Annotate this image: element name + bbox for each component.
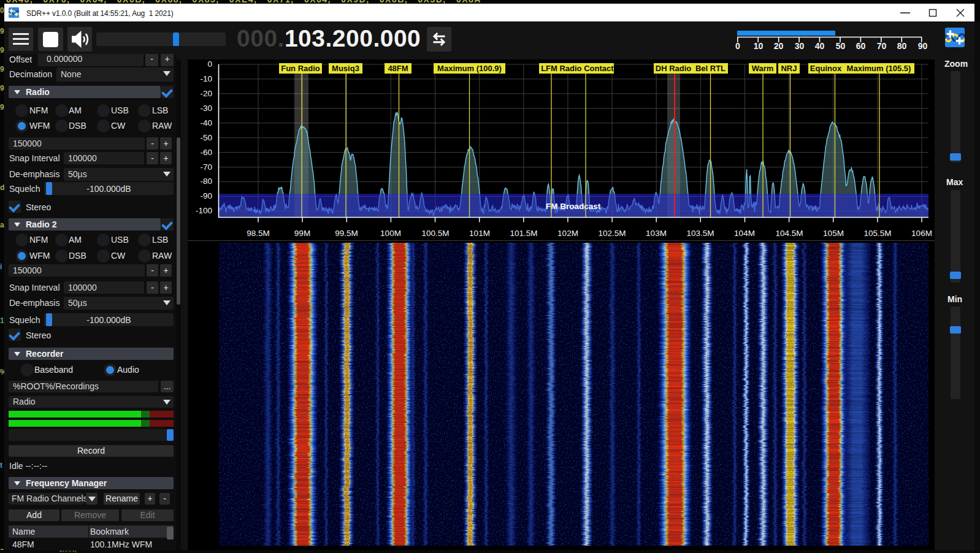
svg-text:FM Broadcast: FM Broadcast bbox=[546, 202, 601, 211]
